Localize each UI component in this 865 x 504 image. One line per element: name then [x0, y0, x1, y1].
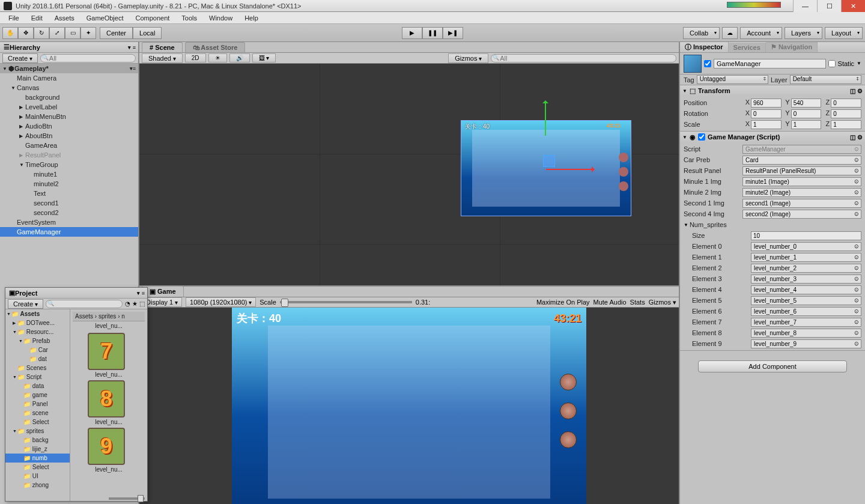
project-create[interactable]: Create ▾	[8, 299, 43, 309]
array-size[interactable]	[751, 231, 861, 240]
menu-file[interactable]: File	[2, 13, 25, 23]
position-x[interactable]	[751, 99, 782, 108]
folder-item[interactable]: 📁 game	[5, 390, 70, 399]
menu-edit[interactable]: Edit	[25, 13, 49, 23]
menu-window[interactable]: Window	[203, 13, 238, 23]
folder-item[interactable]: ▼📁 Assets	[5, 309, 70, 318]
folder-item[interactable]: 📁 Select	[5, 417, 70, 427]
maximize-toggle[interactable]: Maximize On Play	[536, 299, 590, 306]
thumbnail-size-slider[interactable]	[109, 497, 145, 500]
prop-field[interactable]: ResultPanel (PanelResult)	[742, 166, 861, 175]
position-y[interactable]	[791, 99, 822, 108]
element-field[interactable]: level_number_5	[751, 296, 861, 305]
hierarchy-item[interactable]: Main Camera	[0, 73, 138, 83]
hierarchy-item[interactable]: ▶ResultPanel	[0, 150, 138, 160]
static-dropdown-arrow[interactable]: ▼	[857, 61, 861, 66]
add-component-button[interactable]: Add Component	[698, 360, 847, 372]
folder-item[interactable]: ▼📁 Resourc...	[5, 327, 70, 336]
gizmo-x-axis[interactable]	[546, 169, 594, 170]
layout-dropdown[interactable]: Layout	[825, 27, 863, 39]
element-field[interactable]: level_number_6	[751, 307, 861, 316]
scene-tab[interactable]: # Scene	[142, 42, 183, 52]
folder-item[interactable]: ▼📁 Script	[5, 372, 70, 381]
prop-field[interactable]: Card	[742, 156, 861, 165]
hierarchy-item[interactable]: ▶AboutBtn	[0, 131, 138, 141]
element-field[interactable]: level_number_9	[751, 339, 861, 348]
hierarchy-item[interactable]: GameArea	[0, 141, 138, 150]
tag-dropdown[interactable]: Untagged	[697, 75, 768, 84]
hierarchy-item[interactable]: ▼Canvas	[0, 83, 138, 93]
project-search[interactable]	[46, 300, 123, 308]
scene-view[interactable]: 关卡：40 43:21	[139, 64, 679, 285]
rect-tool[interactable]: ▭	[65, 27, 80, 39]
minimize-button[interactable]: —	[793, 0, 817, 12]
gizmo-center[interactable]	[543, 155, 555, 167]
folder-item[interactable]: 📁 zhong	[5, 481, 70, 490]
lighting-toggle[interactable]: ☀	[208, 53, 227, 62]
hand-tool[interactable]: ✋	[2, 27, 18, 39]
menu-component[interactable]: Component	[129, 13, 175, 23]
scene-options-icon[interactable]: ▾≡	[130, 65, 136, 71]
rotation-x[interactable]	[751, 109, 782, 118]
element-field[interactable]: level_number_3	[751, 275, 861, 284]
services-tab[interactable]: Services	[729, 43, 766, 52]
gameobject-name-field[interactable]	[714, 59, 826, 68]
fx-toggle[interactable]: 🖼 ▾	[252, 53, 276, 62]
pivot-mode[interactable]: Center	[100, 27, 133, 39]
hierarchy-item[interactable]: GameManager	[0, 227, 138, 237]
collab-dropdown[interactable]: Collab	[683, 27, 720, 39]
project-assets[interactable]: Assets › sprites › n level_nu... 7level_…	[70, 309, 147, 501]
prop-field[interactable]: minutel2 (Image)	[742, 188, 861, 197]
rotate-tool[interactable]: ↻	[34, 27, 49, 39]
scale-z[interactable]	[831, 120, 861, 129]
scale-tool[interactable]: ⤢	[49, 27, 65, 39]
audio-toggle[interactable]: 🔊	[229, 53, 250, 62]
element-field[interactable]: level_number_8	[751, 329, 861, 338]
scene-about-icon[interactable]	[619, 181, 628, 191]
scale-x[interactable]	[751, 120, 782, 129]
hierarchy-item[interactable]: minutel2	[0, 179, 138, 189]
active-checkbox[interactable]	[704, 60, 711, 67]
folder-item[interactable]: 📁 data	[5, 381, 70, 390]
element-field[interactable]: level_number_2	[751, 264, 861, 273]
hierarchy-item[interactable]: EventSystem	[0, 217, 138, 227]
hierarchy-item[interactable]: minute1	[0, 169, 138, 179]
project-folders[interactable]: ▼📁 Assets▶📁 DOTwee...▼📁 Resourc...▼📁 Pre…	[5, 309, 70, 501]
element-field[interactable]: level_number_7	[751, 318, 861, 327]
scene-menu-icon[interactable]	[619, 153, 628, 162]
gamemanager-enable[interactable]	[698, 133, 705, 141]
prop-field[interactable]: second1 (Image)	[742, 199, 861, 208]
move-tool[interactable]: ✥	[18, 27, 34, 39]
static-checkbox[interactable]	[828, 60, 836, 67]
mute-toggle[interactable]: Mute Audio	[593, 299, 627, 306]
play-button[interactable]: ▶	[402, 27, 422, 39]
element-field[interactable]: level_number_0	[751, 242, 861, 251]
menu-help[interactable]: Help	[238, 13, 264, 23]
folder-item[interactable]: ▼📁 Prefab	[5, 336, 70, 345]
project-tab[interactable]: ▣ Project ▾ ≡	[5, 288, 147, 299]
gizmos-dropdown[interactable]: Gizmos ▾	[448, 53, 488, 63]
asset-thumb[interactable]: 7level_nu...	[88, 333, 130, 378]
folder-item[interactable]: 📁 dat	[5, 354, 70, 363]
folder-item[interactable]: 📁 numb	[5, 454, 70, 463]
maximize-button[interactable]: ☐	[817, 0, 841, 12]
game-tab[interactable]: ▣ Game	[142, 286, 184, 297]
position-z[interactable]	[831, 99, 861, 108]
cloud-button[interactable]: ☁	[722, 27, 738, 39]
step-button[interactable]: ▶❚	[443, 27, 463, 39]
game-menu-button[interactable]	[560, 374, 577, 390]
asset-thumb[interactable]: 8level_nu...	[88, 380, 130, 425]
stats-toggle[interactable]: Stats	[630, 299, 645, 306]
prop-field[interactable]: second2 (Image)	[742, 210, 861, 219]
game-gizmos-dropdown[interactable]: Gizmos ▾	[649, 299, 676, 306]
hierarchy-item[interactable]: second1	[0, 198, 138, 208]
filter-icon[interactable]: ◔ ★ ⬚	[125, 300, 145, 307]
layer-dropdown[interactable]: Default	[790, 75, 861, 84]
element-field[interactable]: level_number_4	[751, 285, 861, 294]
hierarchy-item[interactable]: ▶AudioBtn	[0, 121, 138, 131]
space-mode[interactable]: Local	[133, 27, 162, 39]
resolution-dropdown[interactable]: 1080p (1920x1080) ▾	[186, 297, 256, 307]
scene-audio-icon[interactable]	[619, 167, 628, 177]
hierarchy-item[interactable]: Text	[0, 189, 138, 198]
scene-canvas-preview[interactable]	[461, 120, 631, 216]
